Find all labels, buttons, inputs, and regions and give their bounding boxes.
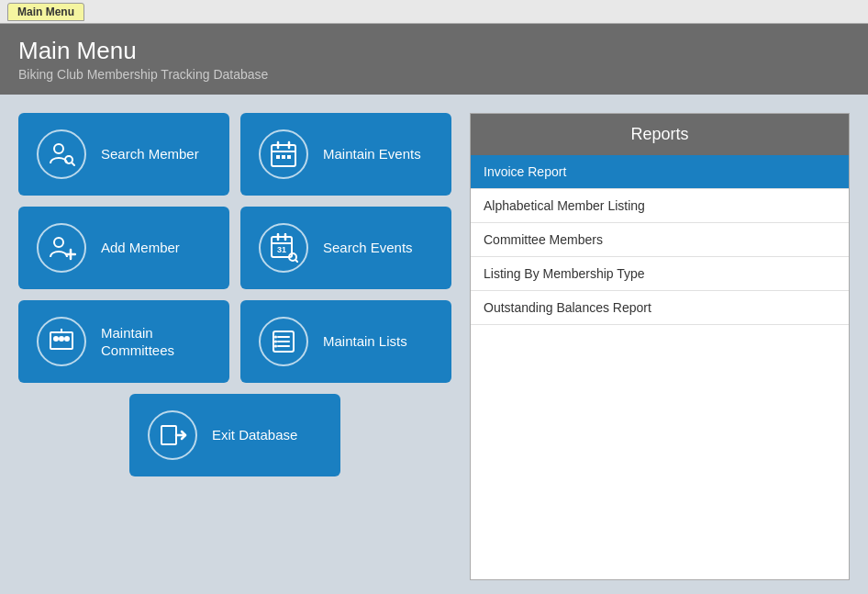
svg-point-29	[274, 336, 277, 339]
maintain-events-button[interactable]: Maintain Events	[240, 113, 451, 196]
title-bar: Main Menu	[0, 0, 868, 24]
search-member-button[interactable]: Search Member	[18, 113, 229, 196]
page-subtitle: Biking Club Membership Tracking Database	[18, 67, 850, 82]
search-member-icon	[37, 129, 86, 179]
svg-rect-8	[282, 155, 285, 159]
add-member-label: Add Member	[101, 239, 180, 257]
search-member-label: Search Member	[101, 145, 199, 163]
button-row-3: Maintain Committees Maintain Lists	[18, 300, 451, 383]
maintain-committees-button[interactable]: Maintain Committees	[18, 300, 229, 383]
svg-line-19	[295, 260, 298, 263]
svg-point-10	[54, 238, 63, 247]
list-icon	[259, 317, 308, 366]
maintain-events-label: Maintain Events	[323, 145, 421, 163]
add-member-button[interactable]: Add Member	[18, 207, 229, 289]
report-item-outstanding-balances[interactable]: Outstanding Balances Report	[471, 291, 849, 325]
svg-rect-7	[276, 155, 280, 159]
svg-point-31	[274, 345, 277, 348]
maintain-lists-label: Maintain Lists	[323, 332, 407, 351]
reports-body	[471, 325, 849, 579]
exit-row: Exit Database	[18, 394, 451, 476]
reports-panel: Reports Invoice Report Alphabetical Memb…	[470, 113, 850, 580]
main-content: Search Member Maintain Events	[0, 95, 868, 594]
calendar-icon	[259, 129, 308, 179]
button-row-2: Add Member 31 Search Events	[18, 207, 451, 289]
svg-line-2	[72, 163, 74, 165]
search-events-icon: 31	[259, 223, 308, 273]
svg-text:31: 31	[277, 245, 286, 254]
report-item-invoice[interactable]: Invoice Report	[471, 155, 849, 189]
buttons-area: Search Member Maintain Events	[18, 113, 451, 580]
svg-rect-32	[161, 426, 176, 444]
svg-point-0	[54, 144, 63, 153]
exit-database-label: Exit Database	[212, 426, 297, 444]
svg-point-21	[53, 336, 59, 342]
committee-icon	[37, 317, 86, 366]
exit-icon	[148, 410, 197, 460]
button-row-1: Search Member Maintain Events	[18, 113, 451, 196]
svg-point-23	[59, 336, 64, 342]
exit-database-button[interactable]: Exit Database	[129, 394, 340, 476]
report-item-membership-type[interactable]: Listing By Membership Type	[471, 257, 849, 291]
search-events-button[interactable]: 31 Search Events	[240, 207, 451, 289]
add-member-icon	[37, 223, 86, 273]
title-bar-tab[interactable]: Main Menu	[7, 3, 84, 21]
report-item-alphabetical[interactable]: Alphabetical Member Listing	[471, 189, 849, 223]
maintain-lists-button[interactable]: Maintain Lists	[240, 300, 451, 383]
page-title: Main Menu	[18, 37, 850, 65]
header: Main Menu Biking Club Membership Trackin…	[0, 24, 868, 95]
reports-list: Invoice Report Alphabetical Member Listi…	[471, 155, 849, 325]
search-events-label: Search Events	[323, 239, 413, 257]
maintain-committees-label: Maintain Committees	[101, 324, 174, 360]
svg-rect-9	[287, 155, 291, 159]
svg-point-22	[64, 336, 70, 342]
report-item-committee-members[interactable]: Committee Members	[471, 223, 849, 257]
svg-point-30	[274, 341, 277, 343]
reports-title: Reports	[471, 114, 849, 155]
